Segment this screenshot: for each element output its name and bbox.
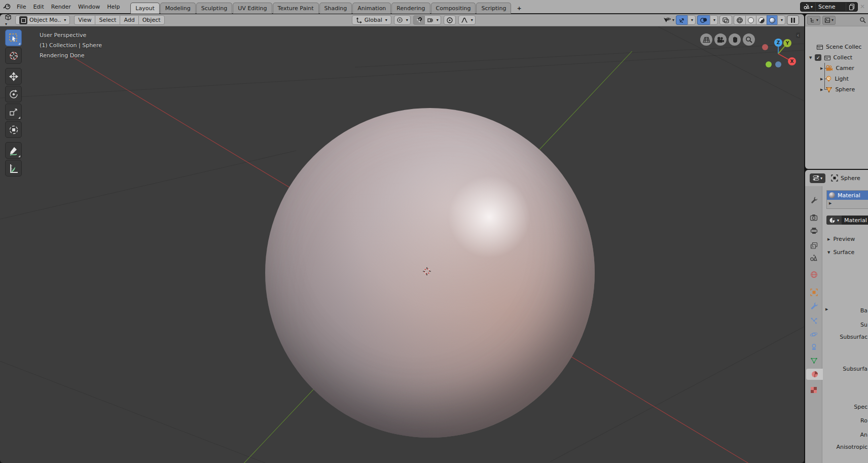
tab-scripting[interactable]: Scripting — [476, 3, 511, 14]
material-slot-list[interactable]: Material ▶ — [826, 190, 868, 209]
axis-y-ball[interactable]: Y — [783, 39, 791, 47]
tab-rendering[interactable]: Rendering — [391, 3, 430, 14]
transform-orientation-dropdown[interactable]: Global — [352, 15, 391, 25]
tab-output[interactable] — [808, 225, 819, 236]
menu-add[interactable]: Add — [120, 15, 138, 25]
menu-help[interactable]: Help — [103, 3, 123, 11]
tab-texture-paint[interactable]: Texture Paint — [273, 3, 319, 14]
tab-shading[interactable]: Shading — [319, 3, 352, 14]
menu-view[interactable]: View — [74, 15, 95, 25]
outliner-row-light[interactable]: ▶ Light — [805, 74, 868, 84]
outliner-filter-dropdown[interactable] — [822, 16, 836, 25]
editor-type-button[interactable] — [4, 13, 12, 27]
properties-editor-type-button[interactable] — [810, 173, 825, 183]
transform-tool[interactable] — [5, 121, 22, 138]
shading-material-button[interactable] — [756, 15, 767, 25]
tab-layout[interactable]: Layout — [130, 3, 159, 14]
rotate-tool[interactable] — [5, 86, 22, 102]
outliner-display-mode-dropdown[interactable] — [807, 16, 820, 25]
pan-view-button[interactable] — [729, 33, 741, 46]
scene-browse-button[interactable] — [801, 3, 815, 11]
outliner-row-collection[interactable]: ▼ ✓ Collect — [805, 52, 868, 63]
scale-tool[interactable] — [5, 103, 22, 120]
menu-window[interactable]: Window — [75, 3, 103, 11]
axis-neg-x-ball[interactable] — [762, 44, 768, 50]
snap-settings-dropdown[interactable] — [424, 15, 441, 25]
material-name-field[interactable]: Material — [842, 216, 868, 225]
tab-object[interactable] — [808, 287, 819, 298]
expand-triangle-icon[interactable]: ▶ — [820, 66, 823, 70]
material-slot-row[interactable]: Material — [827, 191, 868, 200]
tab-tool[interactable] — [808, 194, 819, 205]
tab-texture[interactable] — [808, 384, 819, 396]
menu-render[interactable]: Render — [48, 3, 75, 11]
blender-logo-icon[interactable] — [3, 3, 11, 10]
menu-file[interactable]: File — [13, 3, 29, 11]
tab-render[interactable] — [808, 212, 819, 223]
zoom-view-button[interactable] — [743, 33, 755, 46]
expand-triangle-icon[interactable]: ▶ — [820, 77, 823, 81]
camera-view-button[interactable] — [714, 33, 727, 46]
measure-tool[interactable] — [5, 160, 22, 176]
tab-animation[interactable]: Animation — [352, 3, 391, 14]
tab-physics[interactable] — [808, 329, 819, 340]
shading-dropdown[interactable] — [777, 15, 785, 25]
preview-panel-header[interactable]: ▶ Preview — [827, 236, 855, 242]
tab-modifiers[interactable] — [808, 300, 819, 311]
perspective-toggle-button[interactable] — [700, 33, 712, 46]
overlays-dropdown[interactable] — [710, 15, 718, 25]
axis-neg-z-ball[interactable] — [775, 61, 781, 67]
tab-particles[interactable] — [808, 315, 819, 326]
axis-x-ball[interactable]: X — [788, 57, 796, 65]
unlink-scene-icon[interactable]: ✕ — [860, 3, 865, 10]
menu-select[interactable]: Select — [95, 15, 120, 25]
overlays-toggle[interactable] — [697, 15, 710, 25]
cursor-tool[interactable] — [5, 47, 22, 64]
shading-rendered-button[interactable] — [767, 15, 777, 25]
menu-edit[interactable]: Edit — [29, 3, 47, 11]
gizmos-toggle[interactable] — [676, 15, 688, 25]
proportional-falloff-dropdown[interactable] — [458, 15, 476, 25]
outliner-row-sphere[interactable]: ▶ Sphere — [805, 84, 868, 95]
tab-compositing[interactable]: Compositing — [431, 3, 476, 14]
proportional-editing-toggle[interactable] — [444, 15, 456, 25]
slot-specials-arrow[interactable]: ▶ — [829, 201, 868, 205]
scene-name-field[interactable]: Scene — [815, 3, 846, 11]
viewport-canvas[interactable]: User Perspective (1) Collection | Sphere… — [0, 26, 804, 463]
select-box-tool[interactable] — [5, 29, 22, 46]
surface-panel-header[interactable]: ▼ Surface — [827, 249, 854, 256]
mode-selector[interactable]: Object Mo.. — [15, 15, 70, 25]
base-color-expand-arrow[interactable]: ▶ — [825, 307, 828, 311]
axis-z-ball[interactable]: Z — [774, 39, 782, 47]
sidebar-collapse-chevron[interactable]: ‹ — [796, 32, 800, 38]
tab-world[interactable] — [808, 269, 819, 280]
object-visibility-dropdown[interactable] — [663, 17, 674, 23]
move-tool[interactable] — [5, 68, 22, 85]
new-scene-icon[interactable] — [846, 3, 857, 11]
xray-toggle[interactable] — [719, 15, 732, 25]
tab-sculpting[interactable]: Sculpting — [196, 3, 232, 14]
tab-uv-editing[interactable]: UV Editing — [233, 3, 272, 14]
tab-constraints[interactable] — [808, 341, 819, 352]
shading-solid-button[interactable] — [745, 15, 756, 25]
gizmos-dropdown[interactable] — [688, 15, 696, 25]
shading-wireframe-button[interactable] — [734, 15, 745, 25]
pivot-point-dropdown[interactable] — [394, 15, 411, 25]
annotate-tool[interactable] — [5, 142, 22, 159]
tab-view-layer[interactable] — [808, 240, 819, 251]
tab-object-data[interactable] — [808, 355, 819, 366]
tab-scene[interactable] — [808, 252, 819, 263]
tab-modeling[interactable]: Modeling — [160, 3, 196, 14]
outliner-row-camera[interactable]: ▶ Camer — [805, 63, 868, 74]
outliner-row-scene-collection[interactable]: Scene Collec — [805, 42, 868, 52]
axis-neg-y-ball[interactable] — [766, 61, 772, 67]
collapse-triangle-icon[interactable]: ▼ — [809, 56, 812, 60]
menu-object[interactable]: Object — [138, 15, 165, 25]
cursor-3d-icon[interactable] — [423, 267, 431, 275]
outliner-search-icon[interactable] — [859, 17, 866, 23]
collection-checkbox[interactable]: ✓ — [815, 54, 821, 61]
add-workspace-button[interactable]: + — [512, 3, 526, 14]
render-pause-button[interactable] — [787, 15, 799, 25]
expand-triangle-icon[interactable]: ▶ — [820, 88, 823, 92]
tab-material[interactable] — [806, 369, 823, 380]
